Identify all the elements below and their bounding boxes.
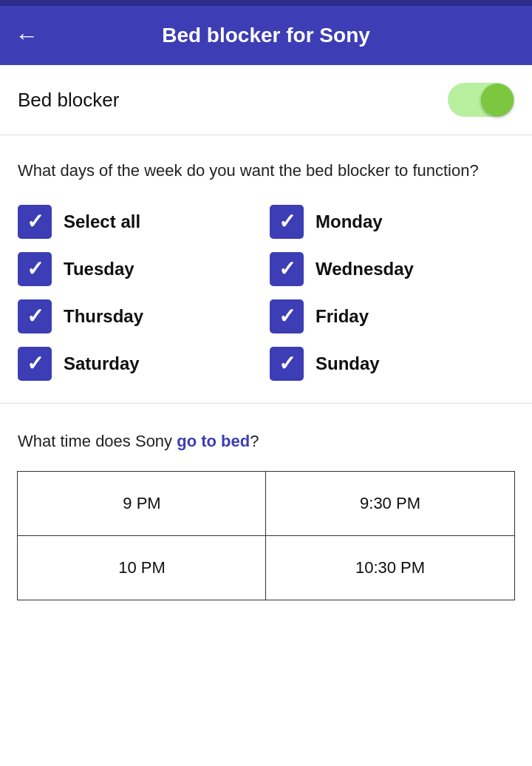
checkbox-thursday[interactable]: ✓ Thursday bbox=[18, 299, 262, 333]
time-btn-930pm[interactable]: 9:30 PM bbox=[265, 471, 515, 536]
time-btn-9pm[interactable]: 9 PM bbox=[17, 471, 267, 536]
checkbox-label-thursday: Thursday bbox=[64, 306, 143, 327]
checkbox-box-monday: ✓ bbox=[270, 205, 304, 239]
checkbox-monday[interactable]: ✓ Monday bbox=[270, 205, 514, 239]
checkbox-box-select-all: ✓ bbox=[18, 205, 52, 239]
bed-blocker-label: Bed blocker bbox=[18, 89, 119, 112]
time-btn-1030pm[interactable]: 10:30 PM bbox=[265, 535, 515, 600]
checkbox-box-wednesday: ✓ bbox=[270, 252, 304, 286]
checkbox-select-all[interactable]: ✓ Select all bbox=[18, 205, 262, 239]
checkmark-sunday: ✓ bbox=[279, 353, 296, 374]
checkbox-wednesday[interactable]: ✓ Wednesday bbox=[270, 252, 514, 286]
checkbox-label-wednesday: Wednesday bbox=[316, 259, 414, 279]
time-btn-10pm[interactable]: 10 PM bbox=[17, 535, 267, 600]
checkmark-saturday: ✓ bbox=[27, 353, 44, 374]
checkbox-label-saturday: Saturday bbox=[64, 353, 140, 374]
page-title: Bed blocker for Sony bbox=[53, 24, 479, 47]
checkmark-monday: ✓ bbox=[279, 211, 296, 232]
checkbox-box-tuesday: ✓ bbox=[18, 252, 52, 286]
checkbox-saturday[interactable]: ✓ Saturday bbox=[18, 347, 262, 381]
checkmark-wednesday: ✓ bbox=[279, 259, 296, 279]
checkbox-tuesday[interactable]: ✓ Tuesday bbox=[18, 252, 262, 286]
bed-blocker-toggle[interactable] bbox=[448, 83, 514, 117]
section-divider bbox=[0, 403, 532, 404]
time-question: What time does Sony go to bed? bbox=[18, 432, 514, 451]
checkmark-friday: ✓ bbox=[279, 306, 296, 327]
app-header: ← Bed blocker for Sony bbox=[0, 6, 532, 65]
checkbox-label-monday: Monday bbox=[316, 211, 383, 232]
checkbox-sunday[interactable]: ✓ Sunday bbox=[270, 347, 514, 381]
checkbox-box-thursday: ✓ bbox=[18, 299, 52, 333]
checkbox-box-saturday: ✓ bbox=[18, 347, 52, 381]
time-grid: 9 PM 9:30 PM 10 PM 10:30 PM bbox=[18, 472, 514, 600]
time-section: What time does Sony go to bed? 9 PM 9:30… bbox=[0, 411, 532, 614]
checkmark-tuesday: ✓ bbox=[27, 259, 44, 279]
bed-blocker-row: Bed blocker bbox=[0, 65, 532, 135]
checkbox-label-select-all: Select all bbox=[64, 211, 140, 232]
checkbox-friday[interactable]: ✓ Friday bbox=[270, 299, 514, 333]
toggle-knob bbox=[481, 84, 514, 116]
checkbox-grid: ✓ Select all ✓ Monday ✓ Tuesday ✓ Wednes… bbox=[18, 205, 514, 381]
checkbox-box-friday: ✓ bbox=[270, 299, 304, 333]
days-section: What days of the week do you want the be… bbox=[0, 135, 532, 396]
time-question-suffix: ? bbox=[250, 432, 259, 450]
back-button[interactable]: ← bbox=[15, 22, 38, 50]
checkbox-label-tuesday: Tuesday bbox=[64, 259, 134, 279]
days-question: What days of the week do you want the be… bbox=[18, 159, 514, 183]
checkbox-label-friday: Friday bbox=[316, 306, 369, 327]
time-question-link[interactable]: go to bed bbox=[177, 432, 250, 450]
checkmark-select-all: ✓ bbox=[27, 211, 44, 232]
checkbox-label-sunday: Sunday bbox=[316, 353, 380, 374]
checkbox-box-sunday: ✓ bbox=[270, 347, 304, 381]
checkmark-thursday: ✓ bbox=[27, 306, 44, 327]
time-question-prefix: What time does Sony bbox=[18, 432, 177, 450]
